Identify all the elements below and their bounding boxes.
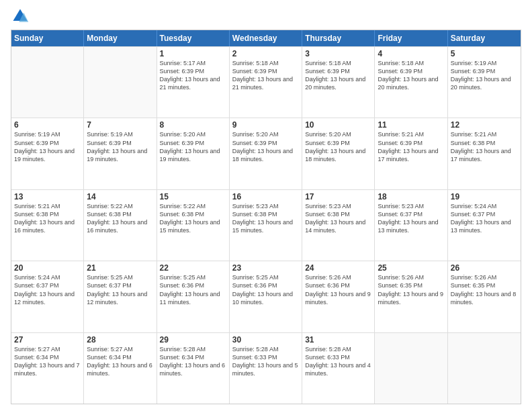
day-number: 9: [232, 120, 299, 130]
day-info: Sunrise: 5:18 AM Sunset: 6:39 PM Dayligh…: [378, 59, 444, 92]
day-info: Sunrise: 5:24 AM Sunset: 6:37 PM Dayligh…: [451, 202, 518, 235]
header-day-saturday: Saturday: [448, 30, 521, 46]
empty-cell: [448, 333, 521, 404]
day-info: Sunrise: 5:28 AM Sunset: 6:34 PM Dayligh…: [160, 345, 226, 378]
calendar-body: 1Sunrise: 5:17 AM Sunset: 6:39 PM Daylig…: [11, 46, 521, 404]
day-info: Sunrise: 5:20 AM Sunset: 6:39 PM Dayligh…: [305, 130, 371, 163]
day-cell-17: 17Sunrise: 5:23 AM Sunset: 6:38 PM Dayli…: [302, 190, 375, 261]
day-number: 20: [14, 263, 81, 273]
calendar-header-row: SundayMondayTuesdayWednesdayThursdayFrid…: [11, 30, 521, 46]
day-info: Sunrise: 5:22 AM Sunset: 6:38 PM Dayligh…: [87, 202, 153, 235]
day-number: 14: [87, 192, 153, 201]
logo-icon: [11, 7, 30, 26]
day-info: Sunrise: 5:26 AM Sunset: 6:35 PM Dayligh…: [378, 273, 444, 306]
day-number: 2: [232, 49, 299, 58]
day-cell-7: 7Sunrise: 5:19 AM Sunset: 6:39 PM Daylig…: [84, 118, 157, 189]
empty-cell: [11, 47, 84, 118]
day-number: 24: [305, 263, 371, 273]
day-number: 16: [232, 192, 299, 201]
day-number: 17: [305, 192, 371, 201]
day-number: 13: [14, 192, 81, 201]
day-cell-18: 18Sunrise: 5:23 AM Sunset: 6:37 PM Dayli…: [375, 190, 447, 261]
header-day-wednesday: Wednesday: [230, 30, 302, 46]
day-info: Sunrise: 5:21 AM Sunset: 6:39 PM Dayligh…: [378, 130, 444, 163]
day-number: 18: [378, 192, 444, 201]
day-cell-11: 11Sunrise: 5:21 AM Sunset: 6:39 PM Dayli…: [375, 118, 447, 189]
page: SundayMondayTuesdayWednesdayThursdayFrid…: [0, 0, 532, 411]
day-cell-14: 14Sunrise: 5:22 AM Sunset: 6:38 PM Dayli…: [84, 190, 157, 261]
day-cell-12: 12Sunrise: 5:21 AM Sunset: 6:38 PM Dayli…: [448, 118, 521, 189]
day-info: Sunrise: 5:19 AM Sunset: 6:39 PM Dayligh…: [14, 130, 81, 163]
day-info: Sunrise: 5:27 AM Sunset: 6:34 PM Dayligh…: [87, 345, 153, 378]
day-cell-26: 26Sunrise: 5:26 AM Sunset: 6:35 PM Dayli…: [448, 261, 521, 332]
day-info: Sunrise: 5:23 AM Sunset: 6:37 PM Dayligh…: [378, 202, 444, 235]
day-info: Sunrise: 5:20 AM Sunset: 6:39 PM Dayligh…: [232, 130, 299, 163]
day-number: 23: [232, 263, 299, 273]
day-info: Sunrise: 5:18 AM Sunset: 6:39 PM Dayligh…: [305, 59, 371, 92]
header-day-sunday: Sunday: [11, 30, 84, 46]
day-cell-25: 25Sunrise: 5:26 AM Sunset: 6:35 PM Dayli…: [375, 261, 447, 332]
day-number: 26: [451, 263, 518, 273]
day-info: Sunrise: 5:23 AM Sunset: 6:38 PM Dayligh…: [232, 202, 299, 235]
day-cell-19: 19Sunrise: 5:24 AM Sunset: 6:37 PM Dayli…: [448, 190, 521, 261]
day-cell-4: 4Sunrise: 5:18 AM Sunset: 6:39 PM Daylig…: [375, 47, 447, 118]
day-info: Sunrise: 5:25 AM Sunset: 6:37 PM Dayligh…: [87, 273, 153, 306]
day-cell-29: 29Sunrise: 5:28 AM Sunset: 6:34 PM Dayli…: [157, 333, 230, 404]
day-info: Sunrise: 5:26 AM Sunset: 6:35 PM Dayligh…: [451, 273, 518, 306]
day-number: 7: [87, 120, 153, 130]
day-cell-31: 31Sunrise: 5:28 AM Sunset: 6:33 PM Dayli…: [302, 333, 375, 404]
day-info: Sunrise: 5:28 AM Sunset: 6:33 PM Dayligh…: [232, 345, 299, 378]
day-cell-13: 13Sunrise: 5:21 AM Sunset: 6:38 PM Dayli…: [11, 190, 84, 261]
day-number: 11: [378, 120, 444, 130]
day-info: Sunrise: 5:25 AM Sunset: 6:36 PM Dayligh…: [232, 273, 299, 306]
day-number: 19: [451, 192, 518, 201]
day-number: 29: [160, 335, 226, 345]
header-day-tuesday: Tuesday: [157, 30, 230, 46]
day-cell-2: 2Sunrise: 5:18 AM Sunset: 6:39 PM Daylig…: [230, 47, 302, 118]
day-cell-5: 5Sunrise: 5:19 AM Sunset: 6:39 PM Daylig…: [448, 47, 521, 118]
day-info: Sunrise: 5:21 AM Sunset: 6:38 PM Dayligh…: [451, 130, 518, 163]
day-cell-16: 16Sunrise: 5:23 AM Sunset: 6:38 PM Dayli…: [230, 190, 302, 261]
day-cell-8: 8Sunrise: 5:20 AM Sunset: 6:39 PM Daylig…: [157, 118, 230, 189]
day-number: 25: [378, 263, 444, 273]
day-number: 12: [451, 120, 518, 130]
day-number: 30: [232, 335, 299, 345]
day-number: 31: [305, 335, 371, 345]
day-info: Sunrise: 5:23 AM Sunset: 6:38 PM Dayligh…: [305, 202, 371, 235]
day-info: Sunrise: 5:19 AM Sunset: 6:39 PM Dayligh…: [87, 130, 153, 163]
day-cell-15: 15Sunrise: 5:22 AM Sunset: 6:38 PM Dayli…: [157, 190, 230, 261]
day-info: Sunrise: 5:19 AM Sunset: 6:39 PM Dayligh…: [451, 59, 518, 92]
day-number: 21: [87, 263, 153, 273]
day-number: 3: [305, 49, 371, 58]
day-cell-30: 30Sunrise: 5:28 AM Sunset: 6:33 PM Dayli…: [230, 333, 302, 404]
day-info: Sunrise: 5:28 AM Sunset: 6:33 PM Dayligh…: [305, 345, 371, 378]
day-cell-3: 3Sunrise: 5:18 AM Sunset: 6:39 PM Daylig…: [302, 47, 375, 118]
day-cell-6: 6Sunrise: 5:19 AM Sunset: 6:39 PM Daylig…: [11, 118, 84, 189]
day-cell-9: 9Sunrise: 5:20 AM Sunset: 6:39 PM Daylig…: [230, 118, 302, 189]
day-number: 6: [14, 120, 81, 130]
day-cell-24: 24Sunrise: 5:26 AM Sunset: 6:36 PM Dayli…: [302, 261, 375, 332]
empty-cell: [375, 333, 447, 404]
header: [11, 7, 521, 26]
day-cell-20: 20Sunrise: 5:24 AM Sunset: 6:37 PM Dayli…: [11, 261, 84, 332]
day-cell-28: 28Sunrise: 5:27 AM Sunset: 6:34 PM Dayli…: [84, 333, 157, 404]
day-number: 1: [160, 49, 226, 58]
calendar-week-1: 1Sunrise: 5:17 AM Sunset: 6:39 PM Daylig…: [11, 46, 521, 118]
day-info: Sunrise: 5:25 AM Sunset: 6:36 PM Dayligh…: [160, 273, 226, 306]
day-info: Sunrise: 5:27 AM Sunset: 6:34 PM Dayligh…: [14, 345, 81, 378]
day-info: Sunrise: 5:24 AM Sunset: 6:37 PM Dayligh…: [14, 273, 81, 306]
header-day-friday: Friday: [375, 30, 447, 46]
day-info: Sunrise: 5:18 AM Sunset: 6:39 PM Dayligh…: [232, 59, 299, 92]
day-cell-21: 21Sunrise: 5:25 AM Sunset: 6:37 PM Dayli…: [84, 261, 157, 332]
day-info: Sunrise: 5:21 AM Sunset: 6:38 PM Dayligh…: [14, 202, 81, 235]
day-number: 4: [378, 49, 444, 58]
day-number: 22: [160, 263, 226, 273]
header-day-thursday: Thursday: [302, 30, 375, 46]
day-info: Sunrise: 5:26 AM Sunset: 6:36 PM Dayligh…: [305, 273, 371, 306]
empty-cell: [84, 47, 157, 118]
calendar-week-4: 20Sunrise: 5:24 AM Sunset: 6:37 PM Dayli…: [11, 261, 521, 332]
day-info: Sunrise: 5:20 AM Sunset: 6:39 PM Dayligh…: [160, 130, 226, 163]
day-cell-27: 27Sunrise: 5:27 AM Sunset: 6:34 PM Dayli…: [11, 333, 84, 404]
day-cell-1: 1Sunrise: 5:17 AM Sunset: 6:39 PM Daylig…: [157, 47, 230, 118]
day-number: 10: [305, 120, 371, 130]
